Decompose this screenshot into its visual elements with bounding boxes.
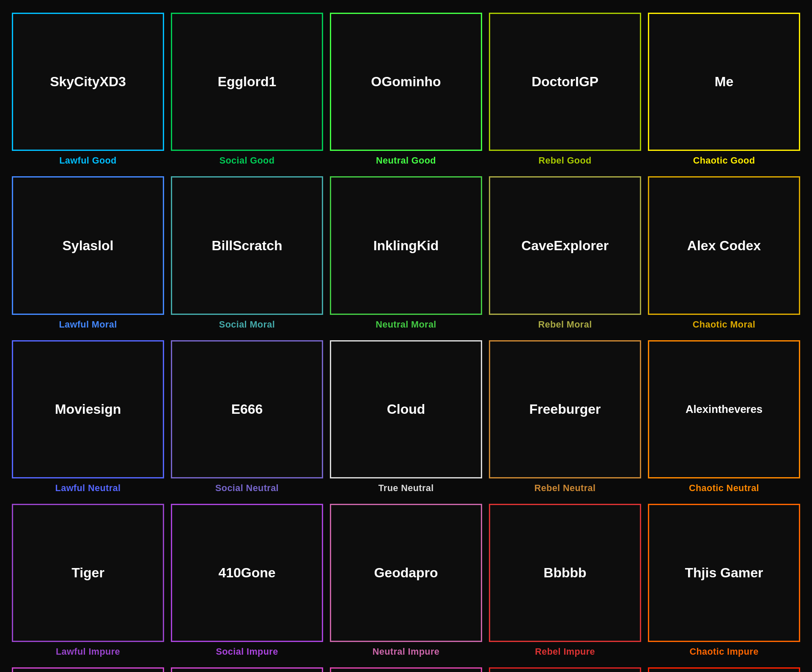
box-r2-c1: E666: [171, 340, 323, 478]
box-r4-c1: Idk: [171, 667, 323, 672]
alignment-label-r0-c4: Chaotic Good: [693, 155, 755, 166]
cell-r3-c3: BbbbbRebel Impure: [486, 500, 645, 663]
character-name-r1-c2: InklingKid: [370, 234, 442, 257]
alignment-label-r1-c4: Chaotic Moral: [693, 319, 755, 330]
box-r0-c4: Me: [648, 13, 800, 151]
cell-r1-c1: BillScratchSocial Moral: [167, 172, 326, 336]
cell-r4-c0: Interesting DogLawful Evil: [8, 663, 167, 672]
character-name-r1-c3: CaveExplorer: [518, 234, 612, 257]
character-name-r0-c3: DoctorIGP: [528, 70, 602, 93]
cell-r4-c4: CoolcolappleChaotic Evil: [645, 663, 804, 672]
alignment-label-r2-c4: Chaotic Neutral: [689, 483, 759, 494]
box-r2-c0: Moviesign: [12, 340, 164, 478]
alignment-label-r3-c3: Rebel Impure: [535, 646, 595, 657]
cell-r2-c1: E666Social Neutral: [167, 336, 326, 500]
cell-r2-c2: CloudTrue Neutral: [326, 336, 486, 500]
cell-r2-c0: MoviesignLawful Neutral: [8, 336, 167, 500]
cell-r3-c0: TigerLawful Impure: [8, 500, 167, 663]
character-name-r3-c1: 410Gone: [215, 561, 279, 584]
cell-r0-c0: SkyCityXD3Lawful Good: [8, 8, 167, 172]
alignment-grid: SkyCityXD3Lawful GoodEgglord1Social Good…: [8, 8, 804, 672]
cell-r1-c3: CaveExplorerRebel Moral: [486, 172, 645, 336]
character-name-r2-c0: Moviesign: [52, 398, 124, 421]
alignment-label-r2-c2: True Neutral: [378, 483, 433, 494]
cell-r0-c1: Egglord1Social Good: [167, 8, 326, 172]
box-r4-c4: Coolcolapple: [648, 667, 800, 672]
alignment-label-r1-c3: Rebel Moral: [538, 319, 592, 330]
character-name-r3-c3: Bbbbb: [540, 561, 590, 584]
box-r3-c3: Bbbbb: [489, 504, 641, 642]
character-name-r2-c3: Freeburger: [526, 398, 604, 421]
character-name-r3-c2: Geodapro: [370, 561, 441, 584]
box-r1-c4: Alex Codex: [648, 176, 800, 314]
box-r1-c2: InklingKid: [330, 176, 482, 314]
cell-r3-c2: GeodaproNeutral Impure: [326, 500, 486, 663]
cell-r1-c4: Alex CodexChaotic Moral: [645, 172, 804, 336]
cell-r2-c3: FreeburgerRebel Neutral: [486, 336, 645, 500]
box-r3-c1: 410Gone: [171, 504, 323, 642]
alignment-label-r3-c2: Neutral Impure: [373, 646, 439, 657]
alignment-label-r0-c0: Lawful Good: [59, 155, 117, 166]
character-name-r1-c0: Sylaslol: [59, 234, 117, 257]
alignment-label-r1-c1: Social Moral: [219, 319, 275, 330]
alignment-label-r0-c2: Neutral Good: [376, 155, 436, 166]
cell-r3-c4: Thjis GamerChaotic Impure: [645, 500, 804, 663]
alignment-label-r3-c4: Chaotic Impure: [689, 646, 758, 657]
box-r4-c2: ARealweirdGirl: [330, 667, 482, 672]
alignment-label-r3-c0: Lawful Impure: [56, 646, 120, 657]
box-r0-c1: Egglord1: [171, 13, 323, 151]
alignment-label-r3-c1: Social Impure: [216, 646, 278, 657]
box-r2-c4: Alexintheveres: [648, 340, 800, 478]
character-name-r1-c1: BillScratch: [208, 234, 285, 257]
alignment-label-r2-c0: Lawful Neutral: [55, 483, 121, 494]
cell-r1-c0: SylaslolLawful Moral: [8, 172, 167, 336]
character-name-r0-c1: Egglord1: [214, 70, 280, 93]
alignment-label-r0-c3: Rebel Good: [538, 155, 592, 166]
box-r0-c0: SkyCityXD3: [12, 13, 164, 151]
cell-r0-c3: DoctorIGPRebel Good: [486, 8, 645, 172]
alignment-label-r2-c1: Social Neutral: [215, 483, 279, 494]
character-name-r2-c4: Alexintheveres: [682, 399, 766, 419]
box-r3-c2: Geodapro: [330, 504, 482, 642]
box-r2-c3: Freeburger: [489, 340, 641, 478]
character-name-r2-c2: Cloud: [384, 398, 429, 421]
box-r4-c3: E is Mic RIb: [489, 667, 641, 672]
cell-r0-c2: OGominhoNeutral Good: [326, 8, 486, 172]
box-r2-c2: Cloud: [330, 340, 482, 478]
cell-r4-c3: E is Mic RIbRebel Evil: [486, 663, 645, 672]
cell-r1-c2: InklingKidNeutral Moral: [326, 172, 486, 336]
cell-r0-c4: MeChaotic Good: [645, 8, 804, 172]
character-name-r0-c2: OGominho: [368, 70, 444, 93]
character-name-r0-c0: SkyCityXD3: [47, 70, 129, 93]
box-r3-c4: Thjis Gamer: [648, 504, 800, 642]
box-r3-c0: Tiger: [12, 504, 164, 642]
cell-r3-c1: 410GoneSocial Impure: [167, 500, 326, 663]
box-r4-c0: Interesting Dog: [12, 667, 164, 672]
box-r1-c3: CaveExplorer: [489, 176, 641, 314]
alignment-label-r1-c0: Lawful Moral: [59, 319, 117, 330]
box-r1-c0: Sylaslol: [12, 176, 164, 314]
character-name-r1-c4: Alex Codex: [684, 234, 764, 257]
box-r1-c1: BillScratch: [171, 176, 323, 314]
character-name-r3-c0: Tiger: [68, 561, 108, 584]
cell-r4-c2: ARealweirdGirlNeutral Evil: [326, 663, 486, 672]
character-name-r0-c4: Me: [711, 70, 737, 93]
alignment-label-r1-c2: Neutral Moral: [376, 319, 436, 330]
character-name-r3-c4: Thjis Gamer: [682, 561, 767, 584]
character-name-r2-c1: E666: [228, 398, 266, 421]
box-r0-c3: DoctorIGP: [489, 13, 641, 151]
cell-r2-c4: AlexintheveresChaotic Neutral: [645, 336, 804, 500]
box-r0-c2: OGominho: [330, 13, 482, 151]
cell-r4-c1: IdkSocial Evil: [167, 663, 326, 672]
alignment-label-r2-c3: Rebel Neutral: [535, 483, 596, 494]
alignment-label-r0-c1: Social Good: [219, 155, 275, 166]
